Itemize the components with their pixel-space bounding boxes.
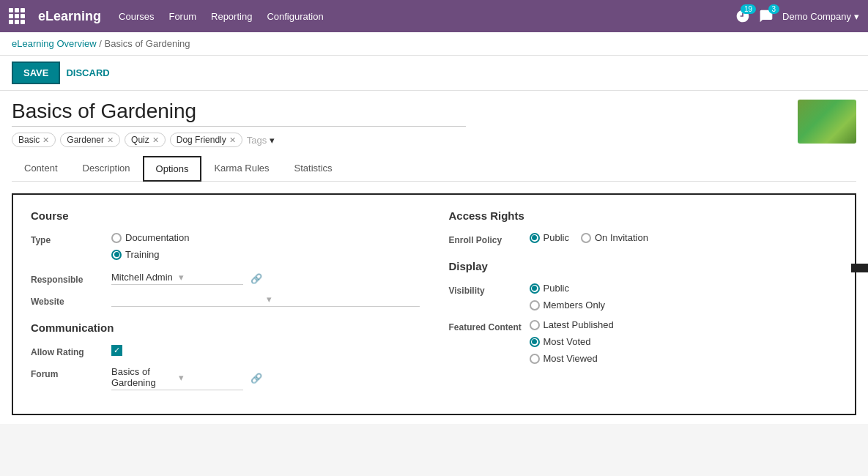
featured-content-row: Featured Content Latest Published: [449, 319, 838, 364]
nav-actions: 19 3 Demo Company ▾: [735, 9, 859, 23]
featured-most-voted-label: Most Voted: [544, 336, 591, 347]
visibility-members-label: Members Only: [544, 300, 606, 310]
enroll-invitation-circle: [581, 233, 591, 243]
notifications-button[interactable]: 19: [735, 9, 750, 23]
course-title[interactable]: Basics of Gardening: [12, 100, 466, 127]
enroll-public-radio[interactable]: Public: [530, 232, 569, 243]
website-label: Website: [31, 294, 111, 307]
tab-options[interactable]: Options: [143, 156, 202, 182]
app-logo[interactable]: eLearning: [9, 8, 101, 24]
visibility-members-radio[interactable]: Members Only: [530, 300, 606, 310]
featured-content-label: Featured Content: [449, 319, 530, 332]
options-panel: Course Type Documentation: [12, 193, 856, 415]
communication-section-title: Communication: [31, 321, 420, 334]
forum-external-link[interactable]: 🔗: [251, 373, 262, 384]
responsible-dropdown-arrow: ▾: [179, 272, 243, 283]
main-menu: Courses Forum Reporting Configuration: [119, 11, 735, 22]
course-section-title: Course: [31, 209, 420, 222]
forum-row: Forum Basics of Gardening ▾ 🔗: [31, 366, 420, 390]
website-dropdown-arrow: ▾: [267, 294, 419, 305]
remove-tag-dog-friendly[interactable]: ✕: [229, 135, 236, 145]
remove-tag-gardener[interactable]: ✕: [107, 135, 114, 145]
tabs: Content Description Options Karma Rules …: [12, 156, 856, 182]
type-training-radio[interactable]: Training: [111, 249, 159, 260]
save-button[interactable]: SAVE: [12, 62, 60, 84]
messages-button[interactable]: 3: [759, 9, 774, 23]
documentation-label: Documentation: [125, 232, 189, 243]
tags-dropdown-arrow: ▾: [270, 135, 275, 146]
company-name: Demo Company: [782, 11, 851, 22]
responsible-value: Mitchell Admin: [111, 272, 176, 283]
tags-row: Basic ✕ Gardener ✕ Quiz ✕ Dog Friendly ✕: [12, 133, 466, 147]
tab-description[interactable]: Description: [70, 156, 143, 182]
app-name: eLearning: [38, 9, 101, 24]
visibility-public-radio[interactable]: Public: [530, 283, 569, 294]
forum-dropdown-arrow: ▾: [179, 372, 243, 383]
tag-gardener[interactable]: Gardener ✕: [60, 133, 120, 147]
top-navigation: eLearning Courses Forum Reporting Config…: [0, 0, 868, 32]
grid-icon: [9, 8, 25, 24]
annotation-arrow: [851, 253, 868, 283]
access-rights-section: Access Rights Enroll Policy Public: [449, 209, 838, 399]
type-row: Type Documentation: [31, 232, 420, 260]
discard-button[interactable]: DISCARD: [66, 67, 109, 78]
course-section: Course Type Documentation: [31, 209, 420, 399]
company-menu[interactable]: Demo Company ▾: [782, 11, 859, 22]
type-documentation-radio[interactable]: Documentation: [111, 232, 189, 243]
visibility-row: Visibility Public: [449, 283, 838, 310]
menu-configuration[interactable]: Configuration: [267, 11, 323, 22]
breadcrumb-overview[interactable]: eLearning Overview: [12, 38, 97, 49]
enroll-policy-label: Enroll Policy: [449, 232, 530, 245]
visibility-members-circle: [530, 300, 540, 310]
tag-dog-friendly[interactable]: Dog Friendly ✕: [170, 133, 242, 147]
breadcrumb: eLearning Overview / Basics of Gardening: [0, 32, 868, 56]
featured-latest-circle: [530, 320, 540, 330]
allow-rating-checkbox[interactable]: ✓: [111, 345, 122, 356]
tab-karma-rules[interactable]: Karma Rules: [201, 156, 281, 182]
tag-basic[interactable]: Basic ✕: [12, 133, 56, 147]
featured-latest-radio[interactable]: Latest Published: [530, 319, 614, 330]
visibility-public-circle: [530, 283, 540, 294]
tags-placeholder: Tags: [247, 135, 267, 146]
display-section-title: Display: [449, 260, 838, 272]
type-label: Type: [31, 232, 111, 245]
featured-latest-label: Latest Published: [544, 319, 614, 330]
featured-most-viewed-label: Most Viewed: [544, 353, 598, 364]
responsible-select[interactable]: Mitchell Admin ▾: [111, 272, 243, 285]
course-image: [798, 100, 856, 144]
breadcrumb-current: Basics of Gardening: [104, 38, 190, 49]
enroll-public-label: Public: [544, 232, 569, 243]
tab-statistics[interactable]: Statistics: [282, 156, 345, 182]
featured-most-voted-radio[interactable]: Most Voted: [530, 336, 591, 347]
enroll-invitation-radio[interactable]: On Invitation: [581, 232, 648, 243]
allow-rating-label: Allow Rating: [31, 344, 111, 357]
menu-reporting[interactable]: Reporting: [211, 11, 252, 22]
tab-content[interactable]: Content: [12, 156, 70, 182]
enroll-policy-row: Enroll Policy Public On Invitation: [449, 232, 838, 245]
website-select[interactable]: ▾: [111, 294, 420, 307]
forum-label: Forum: [31, 366, 111, 379]
documentation-radio-circle: [111, 233, 122, 243]
type-value: Documentation Training: [111, 232, 420, 260]
featured-most-viewed-circle: [530, 354, 540, 364]
access-rights-title: Access Rights: [449, 209, 838, 222]
tag-quiz[interactable]: Quiz ✕: [125, 133, 166, 147]
company-chevron: ▾: [854, 11, 859, 22]
remove-tag-basic[interactable]: ✕: [42, 135, 49, 145]
visibility-label: Visibility: [449, 283, 530, 296]
enroll-public-circle: [530, 233, 540, 243]
menu-courses[interactable]: Courses: [119, 11, 154, 22]
menu-forum[interactable]: Forum: [168, 11, 196, 22]
website-row: Website ▾: [31, 294, 420, 307]
responsible-label: Responsible: [31, 272, 111, 285]
tags-input[interactable]: Tags ▾: [247, 135, 275, 146]
visibility-public-label: Public: [544, 283, 569, 294]
responsible-row: Responsible Mitchell Admin ▾ 🔗: [31, 272, 420, 285]
forum-select[interactable]: Basics of Gardening ▾: [111, 366, 243, 390]
featured-most-viewed-radio[interactable]: Most Viewed: [530, 353, 598, 364]
remove-tag-quiz[interactable]: ✕: [152, 135, 159, 145]
toolbar: SAVE DISCARD: [0, 56, 868, 91]
allow-rating-row: Allow Rating ✓: [31, 344, 420, 357]
svg-rect-0: [851, 264, 868, 272]
responsible-external-link[interactable]: 🔗: [251, 273, 262, 284]
